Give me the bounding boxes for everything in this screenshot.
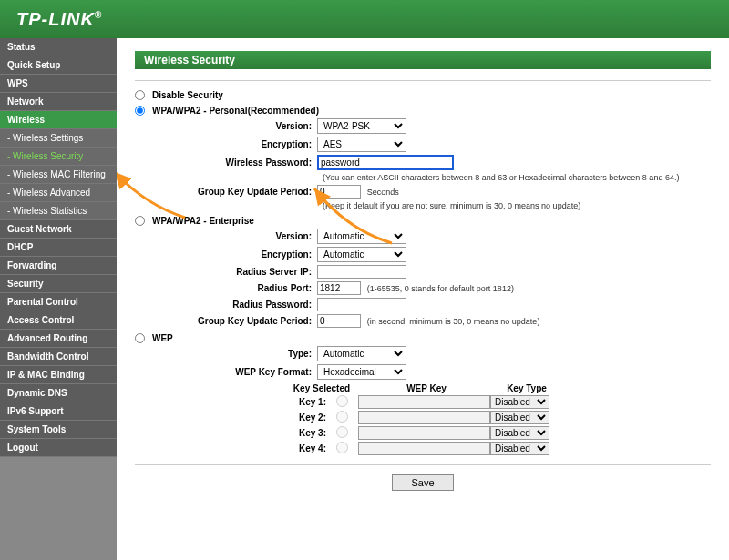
sidebar-item--wireless-mac-filtering[interactable]: - Wireless MAC Filtering <box>0 166 117 184</box>
wep-key-input-2[interactable] <box>358 411 490 424</box>
sidebar-item-dhcp[interactable]: DHCP <box>0 239 117 257</box>
sidebar-item-wps[interactable]: WPS <box>0 75 117 93</box>
wep-key-label-2: Key 2: <box>285 412 326 423</box>
personal-gkup-input[interactable] <box>317 185 361 199</box>
main-content: Wireless Security Disable Security WPA/W… <box>117 38 729 560</box>
password-hint: (You can enter ASCII characters between … <box>323 173 711 182</box>
disable-security-label: Disable Security <box>152 90 223 100</box>
save-button[interactable]: Save <box>392 474 453 491</box>
wep-head-selected: Key Selected <box>285 383 358 393</box>
ent-gkup-input[interactable] <box>317 314 361 328</box>
sidebar-item-quick-setup[interactable]: Quick Setup <box>0 56 117 75</box>
ent-version-select[interactable]: Automatic <box>317 229 406 244</box>
radius-pw-input[interactable] <box>317 298 406 311</box>
wep-format-select[interactable]: Hexadecimal <box>317 364 406 380</box>
wep-key-label-1: Key 1: <box>285 397 326 407</box>
sidebar-item-parental-control[interactable]: Parental Control <box>0 293 117 311</box>
sidebar-item-ipv6-support[interactable]: IPv6 Support <box>0 402 117 421</box>
ent-encryption-label: Encryption: <box>135 249 317 260</box>
radius-ip-input[interactable] <box>317 265 406 279</box>
sidebar-item--wireless-advanced[interactable]: - Wireless Advanced <box>0 184 117 202</box>
ent-version-label: Version: <box>135 231 317 241</box>
radius-pw-label: Radius Password: <box>135 300 317 310</box>
wpa-personal-label: WPA/WPA2 - Personal(Recommended) <box>152 106 319 116</box>
sidebar-item-dynamic-dns[interactable]: Dynamic DNS <box>0 384 117 402</box>
wep-key-table: Key Selected WEP Key Key Type Key 1:Disa… <box>285 383 711 455</box>
wep-key-input-4[interactable] <box>358 442 490 455</box>
personal-version-label: Version: <box>135 121 317 131</box>
wep-key-select-1[interactable] <box>336 395 348 407</box>
wep-key-label-3: Key 3: <box>285 428 326 438</box>
wep-format-label: WEP Key Format: <box>135 367 317 377</box>
personal-gkup-hint: (Keep it default if you are not sure, mi… <box>323 201 711 210</box>
wep-key-select-3[interactable] <box>336 426 348 438</box>
sidebar-item-bandwidth-control[interactable]: Bandwidth Control <box>0 348 117 366</box>
wep-head-type: Key Type <box>495 383 559 393</box>
radius-ip-label: Radius Server IP: <box>135 267 317 277</box>
sidebar-item-forwarding[interactable]: Forwarding <box>0 257 117 275</box>
radius-port-input[interactable] <box>317 281 361 295</box>
sidebar-item-system-tools[interactable]: System Tools <box>0 421 117 439</box>
sidebar-item-advanced-routing[interactable]: Advanced Routing <box>0 330 117 348</box>
wep-key-select-2[interactable] <box>336 411 348 423</box>
wep-section: WEP <box>135 333 711 343</box>
sidebar-item-status[interactable]: Status <box>0 38 117 56</box>
logo: TP-LINK® <box>16 9 102 30</box>
sidebar-item-ip-mac-binding[interactable]: IP & MAC Binding <box>0 366 117 384</box>
wep-type-label: Type: <box>135 349 317 359</box>
sidebar: StatusQuick SetupWPSNetworkWireless- Wir… <box>0 38 117 560</box>
header: TP-LINK® <box>0 0 729 38</box>
sidebar-item--wireless-statistics[interactable]: - Wireless Statistics <box>0 202 117 220</box>
wep-key-type-2[interactable]: Disabled <box>490 411 549 424</box>
sidebar-item-access-control[interactable]: Access Control <box>0 311 117 330</box>
disable-security-section: Disable Security <box>135 90 711 100</box>
wep-head-key: WEP Key <box>358 383 495 393</box>
personal-encryption-select[interactable]: AES <box>317 137 406 152</box>
wep-key-select-4[interactable] <box>336 442 348 453</box>
disable-security-radio[interactable] <box>135 90 145 100</box>
wpa-enterprise-label: WPA/WPA2 - Enterprise <box>152 216 254 226</box>
personal-password-label: Wireless Password: <box>135 158 317 168</box>
wep-key-type-3[interactable]: Disabled <box>490 426 549 440</box>
radius-port-label: Radius Port: <box>135 283 317 293</box>
gkup-unit: Seconds <box>367 188 399 197</box>
sidebar-item--wireless-security[interactable]: - Wireless Security <box>0 148 117 166</box>
divider-bottom <box>135 464 711 465</box>
divider <box>135 80 711 81</box>
wireless-password-input[interactable] <box>317 155 454 170</box>
wpa-enterprise-radio[interactable] <box>135 216 145 226</box>
wep-key-label-4: Key 4: <box>285 443 326 453</box>
wep-key-type-4[interactable]: Disabled <box>490 442 549 455</box>
sidebar-item-network[interactable]: Network <box>0 93 117 111</box>
wep-key-type-1[interactable]: Disabled <box>490 395 549 409</box>
ent-encryption-select[interactable]: Automatic <box>317 247 406 262</box>
sidebar-item-logout[interactable]: Logout <box>0 439 117 457</box>
wpa-personal-radio[interactable] <box>135 106 145 116</box>
wep-type-select[interactable]: Automatic <box>317 346 406 361</box>
sidebar-item-guest-network[interactable]: Guest Network <box>0 220 117 239</box>
wep-radio[interactable] <box>135 333 145 343</box>
page-title: Wireless Security <box>135 51 711 69</box>
wpa-enterprise-section: WPA/WPA2 - Enterprise <box>135 216 711 226</box>
radius-port-hint: (1-65535, 0 stands for default port 1812… <box>367 284 514 293</box>
sidebar-item--wireless-settings[interactable]: - Wireless Settings <box>0 129 117 148</box>
wep-label: WEP <box>152 333 173 343</box>
personal-gkup-label: Group Key Update Period: <box>135 187 317 197</box>
sidebar-item-security[interactable]: Security <box>0 275 117 293</box>
ent-gkup-label: Group Key Update Period: <box>135 316 317 326</box>
ent-gkup-hint: (in second, minimum is 30, 0 means no up… <box>367 317 540 326</box>
wep-key-input-3[interactable] <box>358 426 490 440</box>
wpa-personal-section: WPA/WPA2 - Personal(Recommended) <box>135 106 711 116</box>
sidebar-item-wireless[interactable]: Wireless <box>0 111 117 129</box>
personal-version-select[interactable]: WPA2-PSK <box>317 118 406 134</box>
wep-key-input-1[interactable] <box>358 395 490 409</box>
personal-encryption-label: Encryption: <box>135 139 317 149</box>
